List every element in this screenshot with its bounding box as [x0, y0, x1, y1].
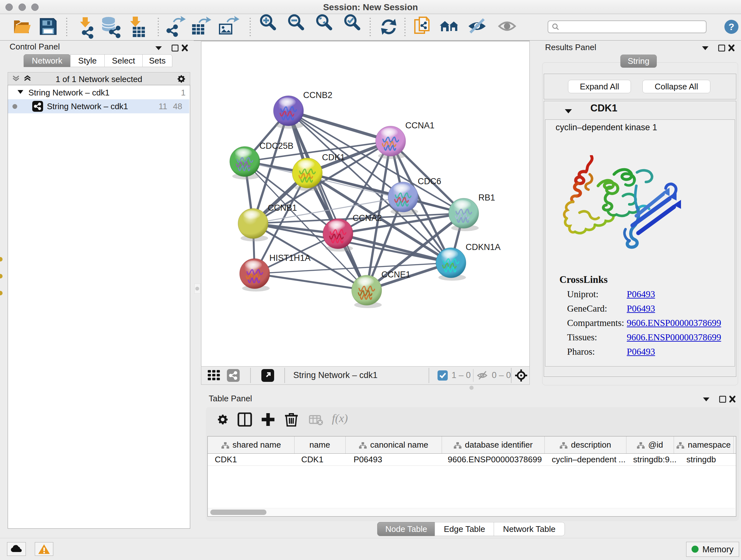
svg-text:CDC6: CDC6 — [418, 177, 441, 186]
svg-text:CCNE1: CCNE1 — [381, 270, 411, 279]
svg-text:CCNB2: CCNB2 — [303, 90, 333, 100]
svg-text:CCNA2: CCNA2 — [353, 213, 382, 223]
svg-text:HIST1H1A: HIST1H1A — [269, 253, 311, 263]
svg-text:CDC25B: CDC25B — [259, 141, 293, 151]
svg-text:CCNA1: CCNA1 — [405, 121, 434, 130]
svg-text:RB1: RB1 — [478, 193, 495, 202]
svg-text:CCNB1: CCNB1 — [268, 203, 297, 212]
svg-text:CDKN1A: CDKN1A — [466, 242, 501, 252]
svg-text:CDK1: CDK1 — [322, 152, 345, 162]
